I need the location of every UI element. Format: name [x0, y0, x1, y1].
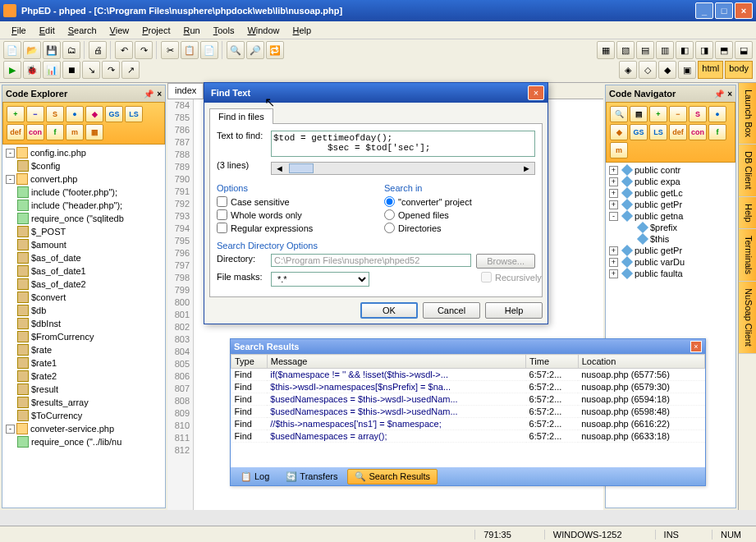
- tb-b2-icon[interactable]: ▧: [616, 41, 635, 59]
- nav-item[interactable]: +public contr: [607, 164, 734, 176]
- npal-f-icon[interactable]: f: [708, 124, 726, 140]
- tb-stepinto-icon[interactable]: ↘: [82, 61, 100, 79]
- tree-item[interactable]: $as_of_date1: [4, 264, 163, 278]
- tb-open-icon[interactable]: 📂: [23, 41, 41, 59]
- tree-item[interactable]: $rate1: [4, 356, 163, 370]
- close-button[interactable]: ×: [735, 2, 753, 19]
- tb-saveall-icon[interactable]: 🗂: [62, 41, 80, 59]
- menu-search[interactable]: Search: [62, 23, 103, 38]
- table-row[interactable]: Find//$this->namespaces['ns1'] = $namesp…: [231, 418, 705, 430]
- tb-paste-icon[interactable]: 📄: [200, 41, 218, 59]
- nav-item[interactable]: +public expa: [607, 176, 734, 187]
- menu-help[interactable]: Help: [286, 23, 318, 38]
- tree-item[interactable]: -config.inc.php: [4, 146, 163, 159]
- nav-item[interactable]: +public getLc: [607, 187, 734, 199]
- tree-item[interactable]: $ToCurrency: [4, 409, 163, 422]
- tb-undo-icon[interactable]: ↶: [115, 41, 133, 59]
- dialog-tab-find-in-files[interactable]: Find in files: [209, 108, 273, 124]
- table-row[interactable]: Find$this->wsdl->namespaces[$nsPrefix] =…: [231, 381, 705, 393]
- npal-def-icon[interactable]: def: [669, 124, 687, 140]
- npal-find-icon[interactable]: 🔍: [610, 106, 628, 122]
- tb-h2-icon[interactable]: ◇: [639, 61, 657, 79]
- tb-b1-icon[interactable]: ▦: [597, 41, 615, 59]
- tree-item[interactable]: $dbInst: [4, 317, 163, 330]
- tree-item[interactable]: $convert: [4, 291, 163, 304]
- menu-edit[interactable]: Edit: [33, 23, 62, 38]
- nav-item[interactable]: $prefix: [607, 222, 734, 233]
- tree-item[interactable]: $amount: [4, 238, 163, 251]
- pal-m-icon[interactable]: m: [66, 124, 84, 140]
- tree-item[interactable]: $as_of_date: [4, 251, 163, 264]
- menu-tools[interactable]: Tools: [207, 23, 241, 38]
- panel-close-icon[interactable]: ×: [727, 90, 732, 99]
- breadcrumb-html[interactable]: html: [698, 61, 723, 79]
- tb-b6-icon[interactable]: ◨: [695, 41, 713, 59]
- menu-file[interactable]: File: [5, 23, 33, 38]
- panel-close-icon[interactable]: ×: [157, 90, 162, 99]
- menu-view[interactable]: View: [103, 23, 136, 38]
- tab-search-results[interactable]: 🔍 Search Results: [347, 469, 438, 485]
- npal-s-icon[interactable]: S: [689, 106, 707, 122]
- vtab-nusoap-client[interactable]: NuSoap Client: [739, 282, 756, 354]
- pal-gs-icon[interactable]: GS: [105, 106, 123, 122]
- pal-def-icon[interactable]: def: [7, 124, 25, 140]
- npal-c-icon[interactable]: ●: [708, 106, 726, 122]
- file-masks-select[interactable]: *.*: [271, 272, 369, 287]
- tree-item[interactable]: $config: [4, 159, 163, 172]
- pal-f-icon[interactable]: f: [46, 124, 64, 140]
- table-row[interactable]: Find$usedNamespaces = array();6:57:2...n…: [231, 430, 705, 443]
- npal-d-icon[interactable]: ◆: [610, 124, 628, 140]
- tb-replace-icon[interactable]: 🔁: [266, 41, 284, 59]
- tb-stepover-icon[interactable]: ↷: [102, 61, 120, 79]
- nav-item[interactable]: +public getPr: [607, 245, 734, 256]
- find-scrollbar[interactable]: ◄►: [271, 162, 535, 175]
- pal-plus-icon[interactable]: +: [7, 106, 25, 122]
- table-row[interactable]: Findif($namespace != '' && !isset($this-…: [231, 369, 705, 381]
- tree-item[interactable]: $result: [4, 383, 163, 396]
- tree-item[interactable]: $db: [4, 304, 163, 317]
- tree-item[interactable]: $as_of_date2: [4, 278, 163, 291]
- tb-findnext-icon[interactable]: 🔎: [246, 41, 264, 59]
- menu-run[interactable]: Run: [177, 23, 207, 38]
- help-button[interactable]: Help: [485, 302, 543, 319]
- tb-save-icon[interactable]: 💾: [43, 41, 61, 59]
- table-row[interactable]: Find$usedNamespaces = $this->wsdl->usedN…: [231, 406, 705, 418]
- breadcrumb-body[interactable]: body: [725, 61, 753, 79]
- tb-b4-icon[interactable]: ▥: [656, 41, 674, 59]
- ok-button[interactable]: OK: [360, 302, 418, 319]
- tree-item[interactable]: $rate2: [4, 370, 163, 383]
- nav-item[interactable]: $this: [607, 233, 734, 245]
- npal-minus-icon[interactable]: −: [669, 106, 687, 122]
- tab-transfers[interactable]: 🔄 Transfers: [279, 470, 344, 484]
- nav-item[interactable]: +public varDu: [607, 256, 734, 268]
- nav-item[interactable]: +public faulta: [607, 268, 734, 279]
- pal-c-icon[interactable]: ●: [66, 106, 84, 122]
- search-in-opened-radio[interactable]: [384, 209, 395, 220]
- vtab-launch-box[interactable]: Launch Box: [739, 83, 756, 145]
- tb-redo-icon[interactable]: ↷: [135, 41, 153, 59]
- npal-plus-icon[interactable]: +: [649, 106, 667, 122]
- maximize-button[interactable]: □: [715, 2, 733, 19]
- tree-item[interactable]: $results_array: [4, 396, 163, 409]
- tb-h4-icon[interactable]: ▣: [678, 61, 696, 79]
- pal-ls-icon[interactable]: LS: [125, 106, 143, 122]
- tb-new-icon[interactable]: 📄: [3, 41, 21, 59]
- tb-b3-icon[interactable]: ▤: [636, 41, 654, 59]
- dialog-close-icon[interactable]: ×: [528, 85, 544, 100]
- column-header[interactable]: Message: [267, 355, 525, 369]
- pal-d-icon[interactable]: ◆: [85, 106, 103, 122]
- tree-item[interactable]: $FromCurrency: [4, 330, 163, 343]
- column-header[interactable]: Time: [526, 355, 579, 369]
- search-in-directories-radio[interactable]: [384, 223, 395, 233]
- tab-log[interactable]: 📋 Log: [234, 470, 276, 484]
- npal-gs-icon[interactable]: GS: [630, 124, 648, 140]
- npal-1-icon[interactable]: ▤: [630, 106, 648, 122]
- tree-item[interactable]: -convert.php: [4, 172, 163, 186]
- nav-item[interactable]: +public getPr: [607, 199, 734, 210]
- tree-item[interactable]: include ("footer.php");: [4, 186, 163, 199]
- tb-h3-icon[interactable]: ◆: [658, 61, 676, 79]
- npal-m-icon[interactable]: m: [610, 142, 628, 158]
- pal-con-icon[interactable]: con: [26, 124, 44, 140]
- menu-project[interactable]: Project: [135, 23, 176, 38]
- pin-icon[interactable]: 📌: [144, 90, 153, 99]
